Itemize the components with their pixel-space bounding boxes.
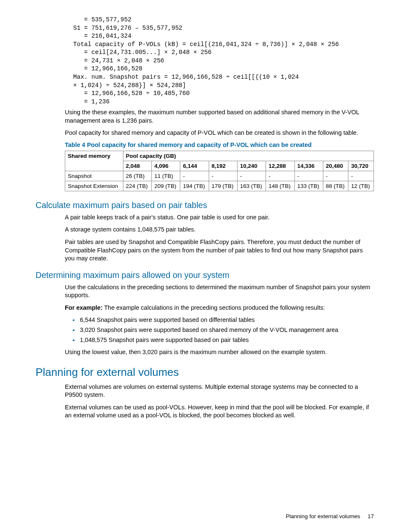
- cell: -: [348, 171, 374, 181]
- page-footer: Planning for external volumes 17: [286, 513, 374, 519]
- pool-capacity-table: Shared memory Pool capacity (GB) 2,048 4…: [65, 151, 374, 191]
- cell: 148 (TB): [266, 181, 294, 191]
- col-4096: 4,096: [152, 161, 180, 171]
- paragraph: For example: The example calculations in…: [65, 304, 374, 312]
- heading-calc-max-pairs: Calculate maximum pairs based on pair ta…: [36, 200, 374, 210]
- paragraph: A pair table keeps track of a pair's sta…: [65, 213, 374, 222]
- heading-determining-max-pairs: Determining maximum pairs allowed on you…: [36, 270, 374, 280]
- example-bullets: 6,544 Snapshot pairs were supported base…: [65, 316, 374, 344]
- cell: -: [238, 171, 266, 181]
- row-label: Snapshot: [65, 171, 123, 181]
- cell: 26 (TB): [123, 171, 151, 181]
- cell: 209 (TB): [152, 181, 180, 191]
- table-caption: Table 4 Pool capacity for shared memory …: [65, 141, 374, 148]
- paragraph: Pool capacity for shared memory and capa…: [65, 129, 374, 137]
- col-10240: 10,240: [238, 161, 266, 171]
- table-row: Snapshot Extension 224 (TB) 209 (TB) 194…: [65, 181, 374, 191]
- cell: -: [209, 171, 237, 181]
- col-12288: 12,288: [266, 161, 294, 171]
- cell: 179 (TB): [209, 181, 237, 191]
- paragraph: Using the lowest value, then 3,020 pairs…: [65, 348, 374, 357]
- col-6144: 6,144: [180, 161, 209, 171]
- cell: -: [266, 171, 294, 181]
- list-item: 6,544 Snapshot pairs were supported base…: [79, 316, 374, 324]
- heading-planning-external-volumes: Planning for external volumes: [36, 366, 374, 379]
- paragraph: External volumes are volumes on external…: [65, 383, 374, 399]
- cell: 12 (TB): [348, 181, 374, 191]
- page-number: 17: [368, 513, 374, 519]
- cell: 11 (TB): [152, 171, 180, 181]
- content-area: = 535,577,952 S1 = 751,619,276 – 535,577…: [36, 16, 374, 420]
- page: = 535,577,952 S1 = 751,619,276 – 535,577…: [0, 0, 399, 532]
- paragraph: External volumes can be used as pool-VOL…: [65, 403, 374, 420]
- row-label: Snapshot Extension: [65, 181, 123, 191]
- cell: -: [180, 171, 209, 181]
- col-14336: 14,336: [294, 161, 323, 171]
- footer-title: Planning for external volumes: [286, 513, 360, 519]
- cell: 224 (TB): [123, 181, 151, 191]
- paragraph: Pair tables are used by Snapshot and Com…: [65, 238, 374, 263]
- paragraph: A storage system contains 1,048,575 pair…: [65, 226, 374, 234]
- table-row: Snapshot 26 (TB) 11 (TB) - - - - - - -: [65, 171, 374, 181]
- cell: -: [323, 171, 348, 181]
- cell: 163 (TB): [238, 181, 266, 191]
- col-shared-memory: Shared memory: [65, 151, 123, 171]
- code-block: = 535,577,952 S1 = 751,619,276 – 535,577…: [73, 16, 374, 106]
- col-2048: 2,048: [123, 161, 151, 171]
- col-30720: 30,720: [348, 161, 374, 171]
- example-label: For example:: [65, 304, 102, 311]
- col-20480: 20,480: [323, 161, 348, 171]
- list-item: 1,048,575 Snapshot pairs were supported …: [79, 336, 374, 344]
- cell: 88 (TB): [323, 181, 348, 191]
- example-text: The example calculations in the precedin…: [102, 304, 325, 311]
- col-8192: 8,192: [209, 161, 237, 171]
- paragraph: Use the calculations in the preceding se…: [65, 283, 374, 300]
- cell: 133 (TB): [294, 181, 323, 191]
- cell: -: [294, 171, 323, 181]
- cell: 194 (TB): [180, 181, 209, 191]
- paragraph: Using the these examples, the maximum nu…: [65, 108, 374, 125]
- col-pool-capacity: Pool capacity (GB): [123, 151, 373, 161]
- list-item: 3,020 Snapshot pairs were supported base…: [79, 326, 374, 334]
